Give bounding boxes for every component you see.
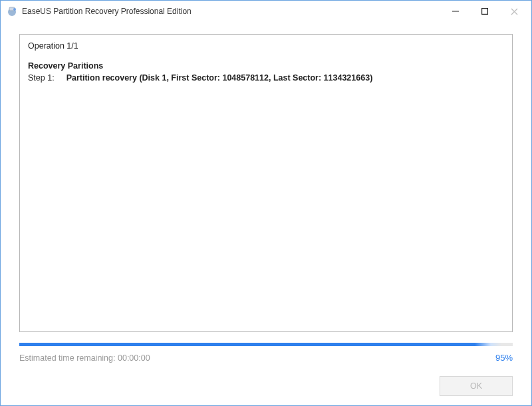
ok-button: OK [440, 376, 513, 396]
progress-section: Estimated time remaining: 00:00:00 95% [19, 343, 513, 363]
status-row: Estimated time remaining: 00:00:00 95% [19, 353, 513, 363]
step-label: Step 1: [28, 73, 55, 83]
progress-fill-tail [475, 343, 501, 346]
eta-text: Estimated time remaining: 00:00:00 [19, 353, 495, 363]
window-title: EaseUS Partition Recovery Professional E… [22, 7, 192, 16]
svg-rect-4 [482, 9, 488, 15]
step-row: Step 1: Partition recovery (Disk 1, Firs… [28, 73, 504, 83]
content-area: Operation 1/1 Recovery Paritions Step 1:… [1, 22, 531, 405]
app-icon [6, 5, 18, 17]
operation-count: Operation 1/1 [28, 41, 504, 51]
operation-log: Operation 1/1 Recovery Paritions Step 1:… [19, 34, 513, 332]
eta-prefix: Estimated time remaining: [19, 353, 118, 363]
minimize-button[interactable] [441, 2, 470, 21]
close-button[interactable] [499, 2, 529, 21]
eta-value: 00:00:00 [118, 353, 150, 363]
progress-percent: 95% [495, 353, 513, 363]
window-controls [441, 2, 529, 21]
titlebar: EaseUS Partition Recovery Professional E… [1, 1, 531, 22]
step-detail: Partition recovery (Disk 1, First Sector… [66, 73, 373, 83]
svg-point-2 [13, 8, 16, 11]
app-window: EaseUS Partition Recovery Professional E… [0, 0, 532, 406]
maximize-button[interactable] [470, 2, 499, 21]
operation-heading: Recovery Paritions [28, 61, 504, 71]
button-row: OK [19, 376, 513, 396]
progress-fill [19, 343, 488, 346]
progress-bar [19, 343, 513, 346]
